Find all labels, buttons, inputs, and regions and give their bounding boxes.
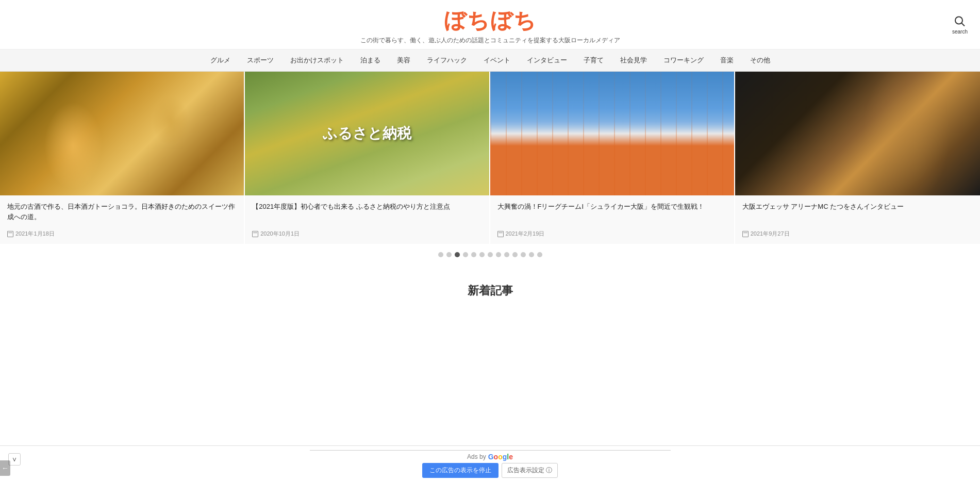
card-interview-image xyxy=(735,72,980,195)
dot-7[interactable] xyxy=(488,252,493,257)
carousel-section: 地元の古酒で作る、日本酒ガトーショコラ。日本酒好きのためのスイーツ作成への道。 … xyxy=(0,72,980,268)
dot-10[interactable] xyxy=(512,252,518,257)
dot-13[interactable] xyxy=(537,252,542,257)
card-interview[interactable]: 大阪エヴェッサ アリーナMC たつをさんインタビュー 2021年9月27日 xyxy=(735,72,980,244)
dot-2[interactable] xyxy=(446,252,452,257)
card-sake-body: 地元の古酒で作る、日本酒ガトーショコラ。日本酒好きのためのスイーツ作成への道。 xyxy=(0,195,244,230)
nav-item-sports[interactable]: スポーツ xyxy=(239,49,282,71)
nav-item-social[interactable]: 社会見学 xyxy=(612,49,655,71)
card-furusato-image: ふるさと納税 xyxy=(245,72,489,195)
site-subtitle: この街で暮らす、働く、遊ぶ人のための話題とコミュニティを提案する大阪ローカルメデ… xyxy=(10,36,970,45)
card-sake-title: 地元の古酒で作る、日本酒ガトーショコラ。日本酒好きのためのスイーツ作成への道。 xyxy=(7,202,237,222)
svg-point-0 xyxy=(955,16,962,24)
dot-1[interactable] xyxy=(438,252,443,257)
dot-9[interactable] xyxy=(504,252,509,257)
card-interview-title: 大阪エヴェッサ アリーナMC たつをさんインタビュー xyxy=(742,202,973,212)
dot-3[interactable] xyxy=(455,252,460,257)
card-furusato-meta: 2020年10月1日 xyxy=(245,230,489,244)
card-soccer-body: 大興奮の渦！FリーグチームI「シュライカー大阪」を間近で生観戦！ xyxy=(490,195,734,230)
card-sake-date: 2021年1月18日 xyxy=(15,230,55,238)
main-nav: グルメ スポーツ お出かけスポット 泊まる 美容 ライフハック イベント インタ… xyxy=(0,49,980,72)
card-furusato-overlay-text: ふるさと納税 xyxy=(323,124,411,143)
card-furusato[interactable]: ふるさと納税 【2021年度版】初心者でも出来る ふるさと納税のやり方と注意点 … xyxy=(245,72,490,244)
new-articles-title: 新着記事 xyxy=(0,283,980,298)
calendar-icon xyxy=(7,231,13,237)
dot-11[interactable] xyxy=(521,252,526,257)
dot-6[interactable] xyxy=(479,252,485,257)
dot-12[interactable] xyxy=(529,252,534,257)
calendar-icon-2 xyxy=(252,231,258,237)
carousel-dots xyxy=(0,244,980,268)
nav-item-interview[interactable]: インタビュー xyxy=(519,49,575,71)
dot-4[interactable] xyxy=(463,252,468,257)
search-button[interactable]: search xyxy=(952,15,968,34)
new-articles-section: 新着記事 xyxy=(0,268,980,319)
nav-item-lifehack[interactable]: ライフハック xyxy=(419,49,475,71)
calendar-icon-3 xyxy=(497,231,504,237)
card-soccer-image xyxy=(490,72,734,195)
card-furusato-date: 2020年10月1日 xyxy=(260,230,300,238)
card-sake-meta: 2021年1月18日 xyxy=(0,230,244,244)
card-soccer-date: 2021年2月19日 xyxy=(506,230,545,238)
carousel-grid: 地元の古酒で作る、日本酒ガトーショコラ。日本酒好きのためのスイーツ作成への道。 … xyxy=(0,72,980,244)
dot-5[interactable] xyxy=(471,252,476,257)
nav-item-childcare[interactable]: 子育て xyxy=(575,49,612,71)
nav-item-stay[interactable]: 泊まる xyxy=(352,49,389,71)
calendar-icon-4 xyxy=(742,231,749,237)
card-sake-image xyxy=(0,72,244,195)
nav-item-music[interactable]: 音楽 xyxy=(712,49,742,71)
dot-8[interactable] xyxy=(496,252,501,257)
nav-item-beauty[interactable]: 美容 xyxy=(389,49,419,71)
search-icon xyxy=(954,15,966,27)
svg-line-1 xyxy=(961,23,965,26)
card-soccer-meta: 2021年2月19日 xyxy=(490,230,734,244)
card-soccer-title: 大興奮の渦！FリーグチームI「シュライカー大阪」を間近で生観戦！ xyxy=(497,202,727,212)
nav-item-event[interactable]: イベント xyxy=(475,49,519,71)
nav-item-gourmet[interactable]: グルメ xyxy=(202,49,239,71)
card-furusato-title: 【2021年度版】初心者でも出来る ふるさと納税のやり方と注意点 xyxy=(252,202,481,212)
card-interview-meta: 2021年9月27日 xyxy=(735,230,980,244)
site-header: ぼちぼち この街で暮らす、働く、遊ぶ人のための話題とコミュニティを提案する大阪ロ… xyxy=(0,0,980,49)
search-label: search xyxy=(952,28,968,34)
card-interview-date: 2021年9月27日 xyxy=(751,230,790,238)
nav-item-other[interactable]: その他 xyxy=(742,49,778,71)
nav-item-coworking[interactable]: コワーキング xyxy=(655,49,712,71)
card-sake[interactable]: 地元の古酒で作る、日本酒ガトーショコラ。日本酒好きのためのスイーツ作成への道。 … xyxy=(0,72,245,244)
card-soccer[interactable]: 大興奮の渦！FリーグチームI「シュライカー大阪」を間近で生観戦！ 2021年2月… xyxy=(490,72,735,244)
card-interview-body: 大阪エヴェッサ アリーナMC たつをさんインタビュー xyxy=(735,195,980,230)
site-logo[interactable]: ぼちぼち xyxy=(10,6,970,35)
card-furusato-body: 【2021年度版】初心者でも出来る ふるさと納税のやり方と注意点 xyxy=(245,195,489,230)
nav-item-outing[interactable]: お出かけスポット xyxy=(282,49,352,71)
